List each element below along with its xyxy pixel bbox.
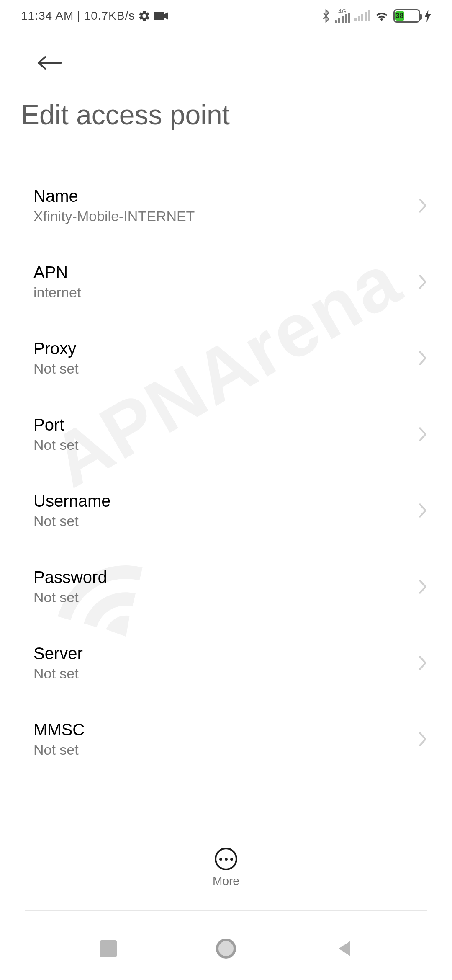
battery-percent-label: 38 xyxy=(396,11,404,21)
row-value: Not set xyxy=(33,361,79,377)
row-name[interactable]: Name Xfinity-Mobile-INTERNET xyxy=(0,168,452,244)
row-value: Not set xyxy=(33,513,111,529)
more-button[interactable]: More xyxy=(0,848,452,888)
signal-bars-icon xyxy=(335,13,350,23)
navigation-bar xyxy=(0,917,452,980)
gear-icon xyxy=(138,10,151,22)
row-label: Name xyxy=(33,187,195,206)
status-speed: 10.7KB/s xyxy=(84,9,135,23)
nav-recents-button[interactable] xyxy=(100,940,117,957)
back-button[interactable] xyxy=(23,46,75,80)
row-label: Port xyxy=(33,415,79,434)
row-value: Not set xyxy=(33,742,85,758)
nav-home-button[interactable] xyxy=(216,939,236,959)
row-value: Not set xyxy=(33,665,83,682)
row-mmsc[interactable]: MMSC Not set xyxy=(0,701,452,777)
row-password[interactable]: Password Not set xyxy=(0,549,452,625)
row-mms-proxy[interactable]: MMS proxy Not set xyxy=(0,777,452,792)
chevron-right-icon xyxy=(419,579,427,594)
settings-list: Name Xfinity-Mobile-INTERNET APN interne… xyxy=(0,168,452,792)
row-server[interactable]: Server Not set xyxy=(0,625,452,701)
chevron-right-icon xyxy=(419,732,427,747)
row-value: Not set xyxy=(33,589,107,606)
row-port[interactable]: Port Not set xyxy=(0,396,452,472)
row-label: Proxy xyxy=(33,339,79,358)
signal-sim2 xyxy=(354,10,370,21)
chevron-right-icon xyxy=(419,427,427,442)
status-bar: 11:34 AM | 10.7KB/s 4G xyxy=(0,0,452,31)
row-value: Not set xyxy=(33,437,79,453)
nav-back-button[interactable] xyxy=(335,939,352,958)
row-value: internet xyxy=(33,284,81,301)
row-label: Server xyxy=(33,644,83,663)
chevron-right-icon xyxy=(419,198,427,213)
status-left: 11:34 AM | 10.7KB/s xyxy=(21,9,168,23)
chevron-right-icon xyxy=(419,274,427,289)
status-right: 4G 38 xyxy=(321,8,431,23)
signal-bars-faded-icon xyxy=(354,10,370,21)
more-label: More xyxy=(213,874,239,888)
row-label: Password xyxy=(33,568,107,587)
row-label: MMSC xyxy=(33,720,85,739)
header: Edit access point xyxy=(0,46,452,131)
chevron-right-icon xyxy=(419,503,427,518)
more-icon xyxy=(215,848,237,870)
row-label: Username xyxy=(33,492,111,511)
bottom-divider xyxy=(25,910,427,911)
row-label: APN xyxy=(33,263,81,282)
row-username[interactable]: Username Not set xyxy=(0,472,452,549)
bluetooth-icon xyxy=(321,9,331,23)
battery-icon: 38 xyxy=(393,9,420,23)
row-value: Xfinity-Mobile-INTERNET xyxy=(33,208,195,224)
chevron-right-icon xyxy=(419,351,427,366)
status-sep: | xyxy=(77,9,80,23)
chevron-right-icon xyxy=(419,655,427,671)
row-apn[interactable]: APN internet xyxy=(0,244,452,320)
status-time: 11:34 AM xyxy=(21,9,74,23)
signal-sim1: 4G xyxy=(335,8,350,23)
camera-icon xyxy=(154,11,168,21)
wifi-icon xyxy=(374,10,389,22)
page-title: Edit access point xyxy=(21,99,431,131)
row-proxy[interactable]: Proxy Not set xyxy=(0,320,452,396)
svg-rect-0 xyxy=(154,12,164,20)
charging-icon xyxy=(424,10,431,22)
